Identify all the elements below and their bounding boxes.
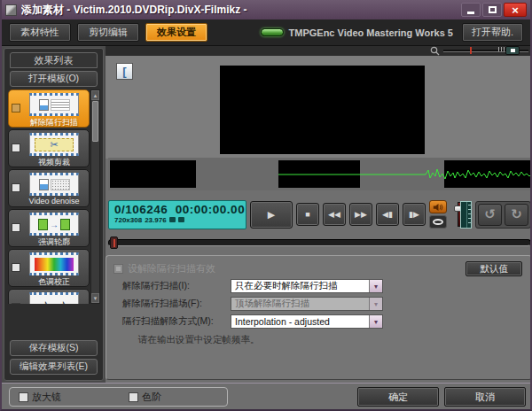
play-icon: ▶ <box>268 209 275 221</box>
deinterlace-thumbnail-icon <box>29 93 79 116</box>
tab-clip-properties[interactable]: 素材特性 <box>9 23 71 42</box>
save-template-button[interactable]: 保存模板(S) <box>10 340 98 356</box>
step-back-button[interactable]: ◀▮ <box>376 203 399 226</box>
undo-button[interactable]: ↺ <box>478 204 502 226</box>
zoom-slider-knob[interactable] <box>505 46 520 55</box>
enable-deinterlace-checkbox[interactable] <box>113 264 123 274</box>
audio-stream-icon <box>178 217 184 222</box>
deinterlace-method-select[interactable]: Interpolation - adjusted ▾ <box>231 314 383 329</box>
deinterlace-field-label: 解除隔行扫描场(F): <box>113 298 231 310</box>
help-button[interactable]: 打开帮助. <box>462 23 523 42</box>
magnifier-option[interactable]: 放大镜 <box>19 391 61 404</box>
effect-checkbox[interactable] <box>12 263 20 272</box>
audio-mute-toggle[interactable] <box>429 200 447 213</box>
app-icon <box>5 4 17 16</box>
audio-denoise-thumbnail-icon: ♪→♪ <box>29 292 79 304</box>
effect-list-scrollbar[interactable]: ▲ ▼ <box>90 89 100 304</box>
loop-icon <box>433 219 443 225</box>
zoom-slider[interactable] <box>443 50 528 52</box>
rewind-button[interactable]: ◀◀ <box>323 203 346 226</box>
minimize-button[interactable] <box>461 3 481 17</box>
effect-checkbox[interactable] <box>12 183 20 192</box>
close-icon: × <box>512 4 519 17</box>
contour-thumbnail-icon: → <box>29 213 79 236</box>
effect-item-label: 视频剪裁 <box>21 157 87 168</box>
speaker-icon <box>433 203 444 212</box>
open-template-button[interactable]: 打开模板(O) <box>10 71 98 87</box>
effect-item-video-denoise[interactable]: Video denoise <box>8 169 90 207</box>
seek-knob[interactable] <box>110 237 118 249</box>
effect-item-contour[interactable]: → 强调轮廓 <box>8 209 90 247</box>
redo-button[interactable]: ↻ <box>505 204 528 226</box>
default-values-button[interactable]: 默认值 <box>466 261 522 276</box>
crop-thumbnail-icon: ✂ <box>29 133 79 156</box>
volume-slider[interactable] <box>454 200 457 229</box>
effect-checkbox[interactable] <box>12 223 20 232</box>
deinterlace-field-select: 顶场解除隔行扫描 ▾ <box>231 297 383 311</box>
magnifier-label: 放大镜 <box>32 391 61 404</box>
stop-button[interactable]: ■ <box>296 203 319 226</box>
levels-option[interactable]: 色阶 <box>129 391 161 404</box>
effect-item-label: 色调校正 <box>21 276 87 288</box>
effect-checkbox[interactable] <box>12 143 20 152</box>
video-denoise-thumbnail-icon <box>29 173 79 196</box>
close-button[interactable]: × <box>504 3 527 17</box>
minimize-icon <box>467 12 474 14</box>
filmstrip-waveform[interactable] <box>108 158 531 190</box>
seek-track[interactable] <box>108 239 531 246</box>
dropdown-arrow-icon[interactable]: ▾ <box>369 280 382 292</box>
deinterlace-mode-select[interactable]: 只在必要时解除隔行扫描 ▾ <box>231 279 383 293</box>
effect-item-color-correction[interactable]: 色调校正 <box>8 249 90 287</box>
scrollbar-thumb[interactable] <box>92 101 98 142</box>
dropdown-arrow-icon[interactable]: ▾ <box>369 315 382 328</box>
compare-frame-button[interactable]: [ <box>116 63 133 80</box>
scroll-up-icon[interactable]: ▲ <box>91 90 99 100</box>
framerate-value: 23.976 <box>145 216 166 224</box>
seek-bar[interactable] <box>108 236 531 250</box>
levels-label: 色阶 <box>142 391 161 404</box>
magnifier-icon <box>430 46 440 56</box>
effect-item-video-crop[interactable]: ✂ 视频剪裁 <box>8 129 90 167</box>
title-bar: 添加素材 - Victim.2010.DVDRip.DivX-Filmikz -… <box>2 0 530 19</box>
effect-item-deinterlace[interactable]: 解除隔行扫描 <box>8 89 90 128</box>
step-back-icon: ◀▮ <box>382 210 393 219</box>
tab-effect-settings[interactable]: 效果设置 <box>145 23 207 42</box>
magnifier-checkbox[interactable] <box>19 392 28 402</box>
video-frame <box>220 66 425 154</box>
ok-button[interactable]: 确定 <box>357 387 439 407</box>
dropdown-arrow-icon: ▾ <box>369 298 382 310</box>
effect-checkbox[interactable] <box>12 303 20 304</box>
view-options-group: 放大镜 色阶 <box>9 387 228 407</box>
tab-cut-edit[interactable]: 剪切编辑 <box>77 23 139 42</box>
bracket-icon: [ <box>122 65 126 78</box>
effect-item-audio-denoise[interactable]: ♪→♪ Audio denoise <box>8 289 90 304</box>
toolbar: 素材特性 剪切编辑 效果设置 TMPGEnc Video Mastering W… <box>2 19 530 46</box>
stop-icon: ■ <box>305 210 309 219</box>
scroll-down-icon[interactable]: ▼ <box>91 293 99 303</box>
rewind-icon: ◀◀ <box>328 210 340 219</box>
undo-redo-panel: ↺ ↻ <box>475 201 531 229</box>
enable-deinterlace-label: 设解除隔行扫描有效 <box>128 262 215 275</box>
levels-checkbox[interactable] <box>129 392 138 402</box>
deinterlace-method-value: Interpolation - adjusted <box>231 316 369 327</box>
step-forward-icon: ▮▶ <box>409 210 419 219</box>
fast-forward-icon: ▶▶ <box>355 210 367 219</box>
loop-toggle[interactable] <box>429 215 447 229</box>
edit-effect-list-button[interactable]: 编辑效果列表(E) <box>10 359 98 375</box>
play-button[interactable]: ▶ <box>250 201 293 229</box>
zoom-default-marker <box>470 47 472 54</box>
effect-list-header: 效果列表 <box>10 52 98 68</box>
timecode-value: 00:00:00.00 <box>176 203 245 216</box>
effect-list: 解除隔行扫描 ✂ 视频剪裁 Video denoise <box>8 89 90 304</box>
dialog-window: 添加素材 - Victim.2010.DVDRip.DivX-Filmikz -… <box>0 0 532 411</box>
footer-bar: 放大镜 色阶 确定 取消 <box>2 383 530 409</box>
maximize-icon <box>489 6 497 13</box>
effect-checkbox[interactable] <box>12 104 20 112</box>
step-forward-button[interactable]: ▮▶ <box>403 203 426 226</box>
maximize-button[interactable] <box>482 3 502 17</box>
cancel-button[interactable]: 取消 <box>444 387 526 407</box>
effect-sidebar: 效果列表 打开模板(O) 解除隔行扫描 ✂ 视频剪裁 <box>4 48 104 381</box>
redo-icon: ↻ <box>511 206 522 222</box>
fast-forward-button[interactable]: ▶▶ <box>349 203 372 226</box>
preview-column: [ 0/106246 00:00:00.00 <box>106 46 532 383</box>
